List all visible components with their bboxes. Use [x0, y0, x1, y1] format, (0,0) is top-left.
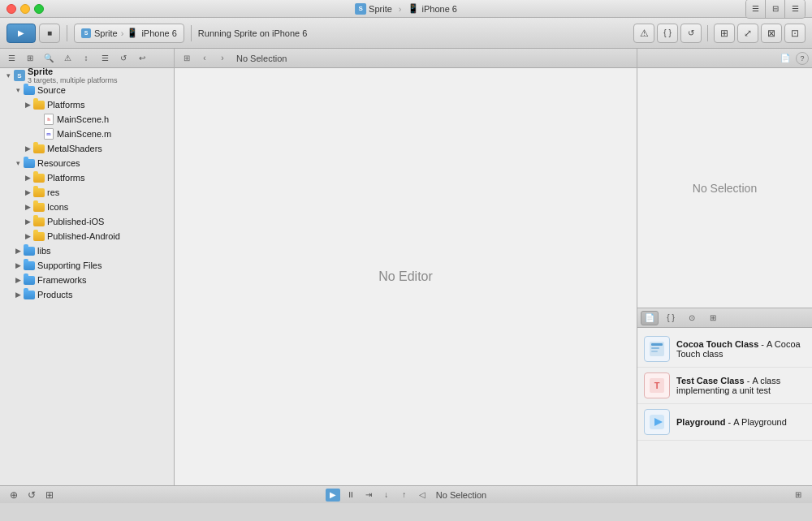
stop-button[interactable]: ■	[39, 24, 60, 43]
sidebar-grid-btn[interactable]: ⊞	[22, 51, 38, 66]
bottom-status: No Selection	[436, 490, 486, 500]
sidebar-warning-btn[interactable]: ⚠	[59, 51, 76, 66]
tree-item-icons[interactable]: ▶ Icons	[0, 200, 174, 214]
disclosure-libs: ▶	[13, 246, 23, 256]
tree-item-published-android[interactable]: ▶ Published-Android	[0, 229, 174, 243]
editor-area: ⊞ ‹ › No Selection No Editor	[175, 49, 637, 485]
library-item-test-case[interactable]: T Test Case Class - A class implementing…	[637, 368, 812, 404]
toggle-left-panel[interactable]: ☰	[746, 0, 766, 18]
sidebar-list-btn[interactable]: ☰	[97, 51, 113, 66]
code-btn[interactable]: { }	[657, 24, 678, 43]
bottom-right: ⊞	[631, 489, 806, 502]
disclosure-mainscene-h	[32, 114, 42, 124]
library-clock-btn[interactable]: ⊙	[683, 311, 701, 325]
library-grid-btn[interactable]: ⊞	[704, 311, 722, 325]
tree-item-platforms-res[interactable]: ▶ Platforms	[0, 170, 174, 185]
main-layout: ☰ ⊞ 🔍 ⚠ ↕ ☰ ↺ ↩ ▾ S Sprite 3 targets, mu…	[0, 49, 812, 485]
tree-item-products[interactable]: ▶ Products	[0, 287, 174, 302]
playground-title: Playground - A Playground	[676, 417, 806, 427]
inspector-help-btn[interactable]: ?	[796, 52, 809, 65]
platforms-src-folder-icon	[32, 99, 45, 110]
tree-item-published-ios[interactable]: ▶ Published-iOS	[0, 214, 174, 229]
title-bar: S Sprite › 📱 iPhone 6 ☰ ⊟ ☰	[0, 0, 812, 18]
bottom-pause-btn[interactable]: ⏸	[343, 489, 358, 502]
toggle-right-panel[interactable]: ☰	[785, 0, 805, 18]
sidebar-back-btn[interactable]: ↩	[134, 51, 150, 66]
tree-item-mainscene-h[interactable]: h MainScene.h	[0, 112, 174, 127]
library-code-btn[interactable]: { }	[662, 311, 680, 325]
tree-item-mainscene-m[interactable]: m MainScene.m	[0, 127, 174, 141]
disclosure-sprite: ▾	[3, 71, 13, 80]
run-icon: ▶	[18, 28, 24, 37]
close-button[interactable]	[6, 4, 16, 14]
editor-nav-forward[interactable]: ›	[215, 52, 230, 65]
bottom-play-btn[interactable]: ▶	[326, 489, 340, 502]
sidebar-sort-btn[interactable]: ↕	[78, 51, 94, 66]
libs-folder-icon	[23, 245, 36, 256]
test-case-title: Test Case Class - A class implementing a…	[676, 376, 806, 395]
minimize-button[interactable]	[20, 4, 30, 14]
disclosure-published-ios: ▶	[23, 217, 32, 226]
tree-item-platforms-src[interactable]: ▶ Platforms	[0, 97, 174, 112]
warning-btn[interactable]: ⚠	[633, 24, 654, 43]
sidebar-refresh-btn[interactable]: ↺	[115, 51, 132, 66]
disclosure-source: ▾	[13, 85, 23, 95]
tree-label-platforms-src: Platforms	[47, 100, 84, 110]
library-item-playground[interactable]: Playground - A Playground	[637, 404, 812, 441]
cocoa-touch-title: Cocoa Touch Class - A Cocoa Touch class	[676, 339, 806, 359]
disclosure-platforms-src: ▶	[23, 100, 32, 110]
tree-item-res[interactable]: ▶ res	[0, 185, 174, 200]
tree-label-libs: libs	[37, 246, 51, 256]
sidebar-search-btn[interactable]: 🔍	[41, 51, 57, 66]
tree-label-icons: Icons	[47, 202, 68, 212]
tree-item-supporting-files[interactable]: ▶ Supporting Files	[0, 258, 174, 273]
disclosure-resources: ▾	[13, 158, 23, 168]
tree-item-libs[interactable]: ▶ libs	[0, 243, 174, 258]
library-file-btn[interactable]: 📄	[641, 311, 659, 325]
inspector-file-btn[interactable]: 📄	[778, 51, 793, 66]
toggle-bottom-panel[interactable]: ⊟	[766, 0, 785, 18]
tree-item-metalshaders[interactable]: ▶ MetalShaders	[0, 141, 174, 156]
scheme-selector[interactable]: S Sprite › 📱 iPhone 6	[74, 24, 184, 43]
cocoa-touch-info: Cocoa Touch Class - A Cocoa Touch class	[676, 339, 806, 359]
disclosure-res: ▶	[23, 187, 32, 197]
disclosure-products: ▶	[13, 290, 23, 299]
title-divider: ›	[399, 4, 402, 14]
editor-nav-path: No Selection	[236, 54, 287, 63]
tree-item-frameworks[interactable]: ▶ Frameworks	[0, 273, 174, 287]
bottom-left: ⊕ ↺ ⊞	[6, 489, 181, 502]
mainscene-m-icon: m	[42, 128, 55, 140]
run-button[interactable]: ▶	[6, 24, 36, 43]
sidebar-folder-btn[interactable]: ☰	[3, 51, 19, 66]
git-btn[interactable]: ↺	[680, 24, 702, 43]
supporting-files-folder-icon	[23, 260, 36, 271]
bottom-filter-btn[interactable]: ↺	[24, 489, 39, 502]
editor-nav-back[interactable]: ‹	[197, 52, 212, 65]
bottom-breakpoint-btn[interactable]: ◁	[415, 489, 430, 502]
svg-rect-3	[651, 351, 658, 352]
bottom-add-btn[interactable]: ⊕	[6, 489, 21, 502]
tree-item-source[interactable]: ▾ Source	[0, 83, 174, 97]
bottom-step-in-btn[interactable]: ↓	[379, 489, 394, 502]
products-folder-icon	[23, 289, 36, 300]
disclosure-mainscene-m	[32, 129, 42, 139]
maximize-button[interactable]	[34, 4, 44, 14]
bottom-step-out-btn[interactable]: ↑	[397, 489, 412, 502]
scheme-name: Sprite	[94, 28, 118, 38]
bottom-split-btn[interactable]: ⊞	[791, 489, 806, 502]
tree-label-products: Products	[37, 290, 72, 299]
panel-btn[interactable]: ⊡	[784, 24, 806, 43]
fullscreen-btn[interactable]: ⤢	[737, 24, 758, 43]
bottom-step-over-btn[interactable]: ⇥	[361, 489, 376, 502]
no-editor-label: No Editor	[378, 269, 433, 284]
split-view-btn[interactable]: ⊞	[714, 24, 735, 43]
bottom-grid-btn[interactable]: ⊞	[42, 489, 57, 502]
library-item-cocoa-touch[interactable]: Cocoa Touch Class - A Cocoa Touch class	[637, 331, 812, 368]
source-folder-icon	[23, 84, 36, 96]
editor-nav-grid[interactable]: ⊞	[179, 52, 194, 65]
toolbar-separator-1	[67, 25, 67, 41]
tree-label-frameworks: Frameworks	[37, 275, 87, 285]
tree-item-resources[interactable]: ▾ Resources	[0, 156, 174, 170]
zoom-btn[interactable]: ⊠	[761, 24, 782, 43]
tree-item-sprite[interactable]: ▾ S Sprite 3 targets, multiple platforms	[0, 68, 174, 83]
